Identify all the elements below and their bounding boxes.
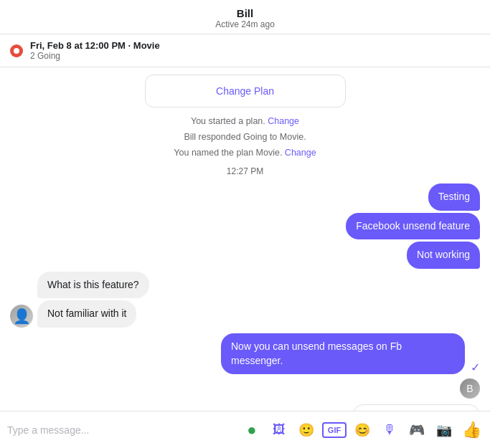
gallery-button[interactable]: 🖼 [268, 419, 291, 442]
system-message-2: Bill responded Going to Movie. [10, 132, 480, 142]
green-dot-button[interactable]: ● [240, 419, 263, 442]
bill-avatar-row: B [10, 378, 480, 399]
change-link-2[interactable]: Change [285, 148, 316, 158]
avatar: 👤 [10, 305, 33, 328]
check-icon: ✓ [471, 361, 480, 374]
mic-button[interactable]: 🎙 [378, 419, 401, 442]
bill-avatar: B [460, 378, 480, 399]
change-plan-button[interactable]: Change Plan [157, 82, 334, 100]
emoji-button[interactable]: 😊 [351, 419, 374, 442]
event-going-count: 2 Going [30, 51, 160, 61]
incoming-message-group: What is this feature? Not familiar with … [37, 272, 149, 328]
incoming-message-row: 👤 What is this feature? Not familiar wit… [10, 272, 480, 328]
event-title: Fri, Feb 8 at 12:00 PM · Movie [30, 40, 160, 51]
sticker-button[interactable]: 🙂 [295, 419, 318, 442]
game-button[interactable]: 🎮 [405, 419, 428, 442]
system-message-3: You named the plan Movie. Change [10, 148, 480, 158]
plan-card: Change Plan [145, 75, 346, 108]
removed-message-row: You removed a message [10, 404, 480, 411]
gif-button[interactable]: GIF [322, 422, 347, 438]
message-input[interactable] [7, 424, 236, 436]
removed-message: You removed a message [352, 404, 480, 411]
incoming-message-2: Not familiar with it [37, 300, 136, 328]
outgoing-message-2: Facebook unsend feature [346, 213, 480, 240]
long-outgoing-message: Now you can unsend messages on Fb messen… [221, 333, 465, 374]
incoming-message-1: What is this feature? [37, 272, 149, 299]
outgoing-message-1: Testing [428, 184, 480, 211]
chat-header: Bill Active 24m ago [0, 0, 490, 34]
camera-button[interactable]: 📷 [433, 419, 456, 442]
change-link-1[interactable]: Change [268, 116, 299, 126]
chat-area: Change Plan You started a plan. Change B… [0, 67, 490, 411]
contact-name: Bill [0, 7, 490, 19]
input-bar: ● 🖼 🙂 GIF 😊 🎙 🎮 📷 👍 [0, 411, 490, 448]
outgoing-message-group: Testing Facebook unsend feature Not work… [10, 184, 480, 269]
long-message-row: Now you can unsend messages on Fb messen… [10, 333, 480, 374]
timestamp: 12:27 PM [10, 166, 480, 176]
contact-status: Active 24m ago [0, 19, 490, 29]
outgoing-message-3: Not working [407, 242, 480, 269]
system-message-1: You started a plan. Change [10, 116, 480, 126]
event-bar: Fri, Feb 8 at 12:00 PM · Movie 2 Going [0, 34, 490, 67]
like-button[interactable]: 👍 [460, 419, 483, 442]
event-details: Fri, Feb 8 at 12:00 PM · Movie 2 Going [30, 40, 160, 61]
event-icon [10, 44, 23, 57]
